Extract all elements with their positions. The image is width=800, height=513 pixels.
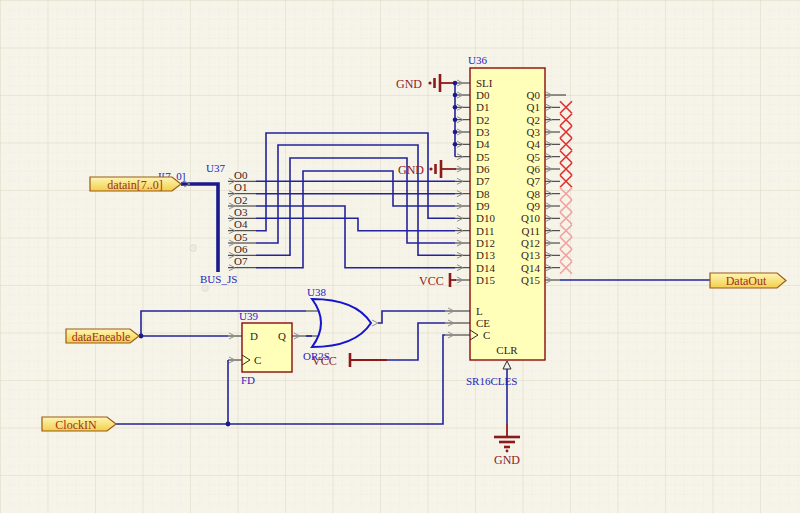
port-dataout-label: DataOut xyxy=(726,274,767,288)
u36-pin-q2: Q2 xyxy=(527,114,540,126)
u36-pin-d9: D9 xyxy=(476,200,490,212)
u36-pin-d3: D3 xyxy=(476,126,490,138)
vcc-d15-label: VCC xyxy=(419,274,444,288)
u36-pin-d8: D8 xyxy=(476,188,490,200)
u37-pin-o4: O4 xyxy=(234,218,248,230)
u36-pin-q12: Q12 xyxy=(521,237,540,249)
u36-pin-sli: SLI xyxy=(476,77,493,89)
u36-pin-d6: D6 xyxy=(476,163,490,175)
u39-part-label: FD xyxy=(241,374,255,386)
u36-pin-l: L xyxy=(476,305,483,317)
u38-designator: U38 xyxy=(307,286,326,298)
u36-pin-d0: D0 xyxy=(476,89,490,101)
gnd-top-label: GND xyxy=(396,77,422,91)
vcc-ce-label: VCC xyxy=(312,354,337,368)
u36-pin-q3: Q3 xyxy=(527,126,541,138)
port-datain-label: datain[7..0] xyxy=(107,178,162,192)
u37-pin-o5: O5 xyxy=(234,231,248,243)
u36-pin-d13: D13 xyxy=(476,249,495,261)
port-dataeneable-label: dataEneable xyxy=(72,330,131,344)
power-vcc-d15[interactable]: VCC xyxy=(419,273,456,288)
u36-pin-clr: CLR xyxy=(496,344,518,356)
u36-pin-q14: Q14 xyxy=(521,262,540,274)
u39-pin-c: C xyxy=(254,354,261,366)
u37-part-label: BUS_JS xyxy=(200,273,237,285)
gnd-bar-dot xyxy=(428,81,431,84)
u39-pin-q: Q xyxy=(278,330,286,342)
port-clockin[interactable]: ClockIN xyxy=(42,417,116,432)
u36-pin-c: C xyxy=(483,329,490,341)
u36-pin-ce: CE xyxy=(476,317,490,329)
port-clockin-label: ClockIN xyxy=(55,418,97,432)
u36-pin-q15: Q15 xyxy=(521,274,540,286)
u36-pin-d4: D4 xyxy=(476,138,490,150)
u37-pin-o2: O2 xyxy=(234,194,247,206)
gear-icon: ⚙ xyxy=(188,242,198,255)
port-dataeneable[interactable]: dataEneable xyxy=(66,329,139,344)
port-dataout[interactable]: DataOut xyxy=(710,273,786,288)
gnd-clr-label: GND xyxy=(494,453,520,467)
port-datain[interactable]: datain[7..0] xyxy=(90,177,181,192)
u37-pin-o3: O3 xyxy=(234,206,248,218)
u36-pin-d2: D2 xyxy=(476,114,489,126)
schematic-canvas[interactable]: ⚙ ⚙ U37 I[7..0] BUS_JS O0 O1 O2 O3 O4 O5… xyxy=(0,0,800,513)
u39-pin-d: D xyxy=(250,330,258,342)
u36-pin-q0: Q0 xyxy=(527,89,541,101)
u36-pin-q9: Q9 xyxy=(527,200,541,212)
u36-pin-d5: D5 xyxy=(476,151,490,163)
u36-pin-d14: D14 xyxy=(476,262,495,274)
u36-pin-q7: Q7 xyxy=(527,175,541,187)
u36-pin-q11: Q11 xyxy=(521,225,540,237)
gnd-d6-label: GND xyxy=(398,163,424,177)
u36-pin-q5: Q5 xyxy=(527,151,541,163)
u37-pin-o6: O6 xyxy=(234,243,248,255)
u36-pin-d15: D15 xyxy=(476,274,495,286)
u36-pin-d10: D10 xyxy=(476,212,495,224)
u37-designator: U37 xyxy=(206,162,225,174)
u36-pin-q4: Q4 xyxy=(527,138,541,150)
u36-designator: U36 xyxy=(468,54,487,66)
u36-pin-d1: D1 xyxy=(476,101,489,113)
u36-pin-d7: D7 xyxy=(476,175,490,187)
u37-pin-o7: O7 xyxy=(234,255,248,267)
u36-pin-d11: D11 xyxy=(476,225,495,237)
u37-pin-o0: O0 xyxy=(234,169,248,181)
u36-pin-d12: D12 xyxy=(476,237,495,249)
u36-pin-q6: Q6 xyxy=(527,163,541,175)
gnd-bar-dot xyxy=(429,167,432,170)
u36-pin-q1: Q1 xyxy=(527,101,540,113)
gnd-earth-dot xyxy=(506,450,509,453)
u36-pin-q10: Q10 xyxy=(521,212,540,224)
u36-pin-q13: Q13 xyxy=(521,249,540,261)
u36-pin-q8: Q8 xyxy=(527,188,541,200)
junction-dot xyxy=(226,422,231,427)
u36-part-label: SR16CLES xyxy=(466,375,517,387)
schematic-sheet: ⚙ ⚙ U37 I[7..0] BUS_JS O0 O1 O2 O3 O4 O5… xyxy=(0,0,800,513)
u37-pin-o1: O1 xyxy=(234,181,247,193)
